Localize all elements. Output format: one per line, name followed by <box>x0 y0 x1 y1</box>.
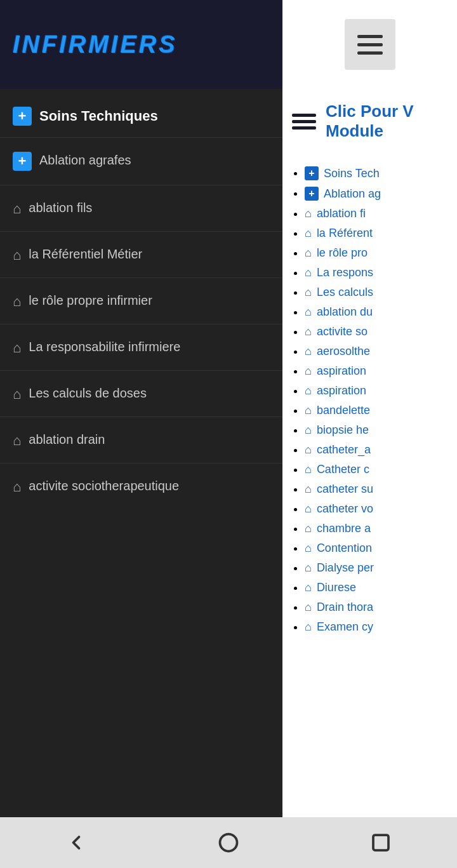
diurese-label: Diurese <box>317 581 356 594</box>
ablation-drain-label: ablation drain <box>29 431 105 448</box>
les-calculs-label: Les calculs <box>317 286 373 299</box>
sidebar-item-ablation-agrafes[interactable]: + Ablation agrafes <box>0 137 282 185</box>
ablation-ag-label: Ablation ag <box>324 187 381 201</box>
list-item-ablation-du[interactable]: ⌂ ablation du <box>305 302 447 322</box>
referentiel-home-icon: ⌂ <box>13 247 21 264</box>
la-respons-label: La respons <box>317 266 373 279</box>
hamburger-line-2 <box>357 43 383 46</box>
role-propre-home-icon: ⌂ <box>13 293 21 310</box>
role-pro-home-icon: ⌂ <box>305 246 312 260</box>
main-layout: + Soins Techniques + Ablation agrafes ⌂ … <box>0 89 457 868</box>
les-calculs-home-icon: ⌂ <box>305 286 312 299</box>
list-item-biopsie-he[interactable]: ⌂ biopsie he <box>305 420 447 440</box>
list-item-aspiration2[interactable]: ⌂ aspiration <box>305 381 447 401</box>
app-logo: INFIRMIERS <box>13 31 178 58</box>
hamburger-line-1 <box>357 35 383 38</box>
aerosolthe-home-icon: ⌂ <box>305 345 312 358</box>
top-bar: INFIRMIERS <box>0 0 457 89</box>
module-title: Clic Pour V Module <box>326 102 447 141</box>
la-respons-home-icon: ⌂ <box>305 266 312 279</box>
role-propre-label: le rôle propre infirmier <box>29 292 152 309</box>
list-item-soins-tech[interactable]: + Soins Tech <box>305 163 447 184</box>
list-item-catheter-su[interactable]: ⌂ catheter su <box>305 479 447 499</box>
sidebar-item-ablation-fils[interactable]: ⌂ ablation fils <box>0 185 282 231</box>
catheter-vo-label: catheter vo <box>317 502 373 516</box>
soins-tech-label: Soins Tech <box>324 167 380 180</box>
list-item-diurese[interactable]: ⌂ Diurese <box>305 578 447 598</box>
hamburger-line-3 <box>357 51 383 55</box>
sidebar-item-role-propre[interactable]: ⌂ le rôle propre infirmier <box>0 277 282 324</box>
examen-cy-label: Examen cy <box>317 620 373 634</box>
list-item-contention[interactable]: ⌂ Contention <box>305 538 447 558</box>
list-item-drain-thora[interactable]: ⌂ Drain thora <box>305 598 447 617</box>
sidebar-item-referentiel[interactable]: ⌂ la Référentiel Métier <box>0 231 282 277</box>
aspiration2-label: aspiration <box>317 384 366 397</box>
biopsie-he-label: biopsie he <box>317 424 369 437</box>
list-item-ablation-ag[interactable]: + Ablation ag <box>305 184 447 204</box>
right-panel: Clic Pour V Module + Soins Tech + Ablati… <box>282 89 457 868</box>
hamburger-section <box>282 0 457 89</box>
responsabilite-home-icon: ⌂ <box>13 340 21 356</box>
activite-so-label: activite so <box>317 325 368 338</box>
list-item-ablation-fi[interactable]: ⌂ ablation fi <box>305 204 447 224</box>
list-item-bandelette[interactable]: ⌂ bandelette <box>305 401 447 420</box>
sidebar-item-ablation-drain[interactable]: ⌂ ablation drain <box>0 417 282 463</box>
activite-socio-home-icon: ⌂ <box>13 479 21 495</box>
calculs-home-icon: ⌂ <box>13 386 21 403</box>
aerosolthe-label: aerosolthe <box>317 345 370 358</box>
drain-thora-label: Drain thora <box>317 601 373 614</box>
catheter-su-label: catheter su <box>317 483 373 496</box>
catheter-vo-home-icon: ⌂ <box>305 502 312 516</box>
list-item-chambre-a[interactable]: ⌂ chambre a <box>305 519 447 538</box>
activite-so-home-icon: ⌂ <box>305 325 312 338</box>
list-item-catheter-vo[interactable]: ⌂ catheter vo <box>305 499 447 519</box>
sidebar-item-calculs-doses[interactable]: ⌂ Les calculs de doses <box>0 370 282 417</box>
contention-label: Contention <box>317 542 372 555</box>
examen-cy-home-icon: ⌂ <box>305 620 312 634</box>
la-referent-label: la Référent <box>317 227 373 240</box>
list-item-les-calculs[interactable]: ⌂ Les calculs <box>305 283 447 302</box>
menu-lines-icon <box>292 114 316 130</box>
ablation-fi-label: ablation fi <box>317 207 366 220</box>
list-item-activite-so[interactable]: ⌂ activite so <box>305 322 447 342</box>
list-item-le-role-pro[interactable]: ⌂ le rôle pro <box>305 243 447 263</box>
calculs-label: Les calculs de doses <box>29 385 147 401</box>
ablation-du-label: ablation du <box>317 305 373 319</box>
recent-icon <box>369 831 392 854</box>
svg-point-0 <box>220 834 237 851</box>
list-item-examen-cy[interactable]: ⌂ Examen cy <box>305 617 447 637</box>
chambre-a-home-icon: ⌂ <box>305 522 312 535</box>
menu-line-1 <box>292 114 316 117</box>
list-item-la-respons[interactable]: ⌂ La respons <box>305 263 447 283</box>
ablation-fils-label: ablation fils <box>29 199 92 216</box>
recent-button[interactable] <box>362 824 400 862</box>
sidebar-item-responsabilite[interactable]: ⌂ La responsabilite infirmiere <box>0 324 282 370</box>
hamburger-button[interactable] <box>345 19 395 70</box>
home-button[interactable] <box>209 824 248 862</box>
catheter-c-home-icon: ⌂ <box>305 463 312 476</box>
right-panel-list: + Soins Tech + Ablation ag ⌂ ablation fi <box>292 157 447 637</box>
list-item-aspiration1[interactable]: ⌂ aspiration <box>305 361 447 381</box>
biopsie-he-home-icon: ⌂ <box>305 424 312 437</box>
list-item-la-referent[interactable]: ⌂ la Référent <box>305 224 447 243</box>
diurese-home-icon: ⌂ <box>305 581 312 594</box>
list-item-empty <box>292 157 447 163</box>
menu-line-3 <box>292 126 316 130</box>
list-item-dialyse-per[interactable]: ⌂ Dialyse per <box>305 558 447 578</box>
sidebar-section-header[interactable]: + Soins Techniques <box>0 95 282 137</box>
referentiel-label: la Référentiel Métier <box>29 246 142 262</box>
sidebar: + Soins Techniques + Ablation agrafes ⌂ … <box>0 89 282 868</box>
ablation-fi-home-icon: ⌂ <box>305 207 312 220</box>
ablation-agrafes-label: Ablation agrafes <box>39 152 131 168</box>
soins-tech-plus-icon: + <box>305 166 319 180</box>
svg-rect-1 <box>373 835 388 850</box>
list-item-catheter-a[interactable]: ⌂ catheter_a <box>305 440 447 460</box>
sidebar-item-activite-socio[interactable]: ⌂ activite sociotherapeutique <box>0 463 282 509</box>
section-plus-icon: + <box>13 107 32 126</box>
drain-thora-home-icon: ⌂ <box>305 601 312 614</box>
list-item-aerosolthe[interactable]: ⌂ aerosolthe <box>305 342 447 361</box>
back-button[interactable] <box>57 824 95 862</box>
list-item-catheter-c[interactable]: ⌂ Catheter c <box>305 460 447 479</box>
aspiration2-home-icon: ⌂ <box>305 384 312 397</box>
home-nav-icon <box>217 831 240 854</box>
